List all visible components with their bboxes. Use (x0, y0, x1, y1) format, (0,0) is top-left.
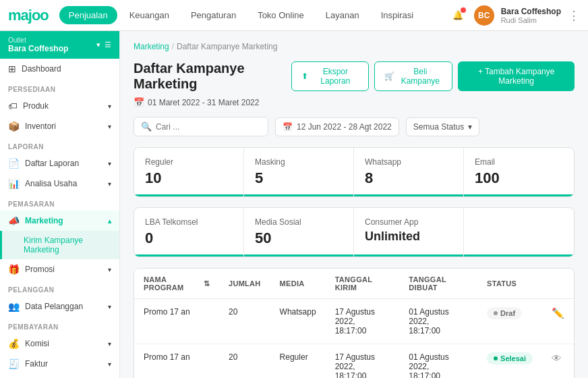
more-menu-icon[interactable]: ⋮ (568, 8, 580, 23)
chevron-icon: ▾ (108, 180, 111, 188)
col-media: MEDIA (270, 269, 326, 299)
section-pelanggan: PELANGGAN (0, 279, 119, 296)
sidebar-item-label: Faktur (25, 359, 48, 369)
pelanggan-icon: 👥 (8, 301, 20, 312)
cell-media: Reguler (270, 344, 326, 379)
cell-status: Selesai (477, 344, 542, 379)
chevron-icon: ▾ (108, 160, 111, 167)
stat-lba: LBA Telkomsel 0 (134, 208, 244, 256)
chevron-icon: ▾ (108, 123, 111, 130)
status-select[interactable]: Semua Status ▾ (406, 117, 479, 136)
top-nav: majoo Penjualan Keuangan Pengaturan Toko… (0, 0, 588, 31)
sidebar-item-label: Dashboard (22, 64, 61, 74)
top-right: 🔔 BC Bara Coffeshop Rudi Salim ⋮ (448, 5, 580, 26)
page-header: Daftar Kampanye Marketing ⬆ Ekspor Lapor… (134, 61, 575, 92)
col-tgl-dibuat: TANGGAL DIBUAT (399, 269, 477, 299)
chevron-icon: ▾ (108, 303, 111, 310)
sidebar-item-daftar-laporan[interactable]: 📄 Daftar Laporan ▾ (0, 153, 119, 173)
promosi-icon: 🎁 (8, 264, 20, 275)
outlet-dropdown-icon[interactable]: ▾ (96, 40, 100, 49)
sidebar-item-promosi[interactable]: 🎁 Promosi ▾ (0, 259, 119, 279)
view-icon[interactable]: 👁 (552, 352, 562, 364)
sidebar-item-label: Daftar Laporan (25, 159, 79, 168)
sidebar-item-analisa[interactable]: 📊 Analisa Usaha ▾ (0, 173, 119, 194)
table-row: Promo 17 an 20 Whatsapp 17 Agustus 2022,… (134, 299, 574, 344)
header-actions: ⬆ Ekspor Laporan 🛒 Beli Kampanye + Tamba… (291, 61, 575, 91)
section-laporan: LAPORAN (0, 136, 119, 153)
notification-bell[interactable]: 🔔 (448, 6, 467, 25)
marketing-icon: 📣 (8, 215, 20, 226)
sidebar-item-label: Data Pelanggan (25, 302, 83, 311)
nav-tab-inspirasi[interactable]: Inspirasi (372, 6, 423, 24)
status-dot (494, 356, 498, 360)
cell-action[interactable]: ✏️ (542, 299, 574, 344)
col-action (542, 269, 574, 299)
nav-tabs: Penjualan Keuangan Pengaturan Toko Onlin… (59, 6, 448, 24)
calendar-icon: 📅 (134, 97, 144, 107)
sidebar-item-label: Analisa Usaha (25, 179, 77, 188)
date-picker[interactable]: 📅 12 Jun 2022 - 28 Agt 2022 (275, 117, 399, 136)
export-button[interactable]: ⬆ Ekspor Laporan (291, 61, 369, 91)
faktur-icon: 🧾 (8, 358, 20, 369)
col-nama: NAMA PROGRAM ⇅ (134, 269, 219, 299)
nav-tab-toko-online[interactable]: Toko Online (248, 6, 314, 24)
sidebar-item-komisi[interactable]: 💰 Komisi ▾ (0, 333, 119, 354)
section-pemasaran: PEMASARAN (0, 194, 119, 211)
search-input[interactable] (156, 122, 261, 132)
user-info: Bara Coffeshop Rudi Salim (501, 7, 561, 24)
dropdown-icon: ▾ (468, 122, 472, 132)
sidebar-item-label: Promosi (25, 265, 55, 274)
nav-tab-pengaturan[interactable]: Pengaturan (181, 6, 245, 24)
section-pembayaran: PEMBAYARAN (0, 317, 119, 333)
nav-tab-layanan[interactable]: Layanan (316, 6, 369, 24)
chevron-icon: ▾ (108, 103, 111, 110)
sidebar-item-label: Komisi (25, 339, 49, 348)
inventori-icon: 📦 (8, 121, 20, 132)
sidebar-menu-icon[interactable]: ☰ (105, 40, 111, 49)
breadcrumb-separator: / (172, 42, 174, 51)
section-persediaan: PERSEDIAAN (0, 79, 119, 96)
cell-tgl-kirim: 17 Agustus 2022,18:17:00 (326, 299, 400, 344)
stats-grid-2: LBA Telkomsel 0 Media Sosial 50 Consumer… (134, 207, 575, 257)
buy-kampanye-button[interactable]: 🛒 Beli Kampanye (374, 61, 452, 91)
sidebar-item-kirim-kampanye[interactable]: Kirim Kampanye Marketing (0, 231, 119, 259)
stat-email: Email 100 (464, 148, 574, 196)
cell-action[interactable]: 👁 (542, 344, 574, 379)
outlet-label: Outlet (8, 36, 68, 44)
komisi-icon: 💰 (8, 338, 20, 349)
sidebar-item-label: Produk (23, 101, 49, 111)
sidebar-item-label: Marketing (25, 216, 63, 225)
stat-empty (464, 208, 574, 256)
sort-icon[interactable]: ⇅ (204, 279, 210, 288)
nav-tab-penjualan[interactable]: Penjualan (59, 6, 117, 24)
sidebar-item-label: Kirim Kampanye Marketing (24, 236, 111, 254)
sidebar-item-dashboard[interactable]: ⊞ Dashboard (0, 59, 119, 79)
stat-medsos: Media Sosial 50 (244, 208, 354, 256)
cart-icon: 🛒 (384, 72, 394, 81)
chevron-icon: ▾ (108, 266, 111, 273)
calendar-filter-icon: 📅 (283, 122, 293, 132)
sidebar-item-data-pelanggan[interactable]: 👥 Data Pelanggan ▾ (0, 296, 119, 317)
search-icon: 🔍 (141, 122, 152, 132)
sidebar-item-inventori[interactable]: 📦 Inventori ▾ (0, 116, 119, 136)
cell-tgl-dibuat: 01 Agustus 2022,18:17:00 (399, 299, 477, 344)
cell-nama: Promo 17 an (134, 344, 219, 379)
stats-grid: Reguler 10 Masking 5 Whatsapp 8 Email 10… (134, 147, 575, 197)
nav-tab-keuangan[interactable]: Keuangan (120, 6, 179, 24)
user-name: Rudi Salim (501, 16, 561, 24)
sidebar-item-marketing[interactable]: 📣 Marketing ▴ (0, 211, 119, 231)
add-kampanye-button[interactable]: + Tambah Kampanye Marketing (458, 61, 575, 91)
chevron-up-icon: ▴ (108, 217, 111, 225)
stat-reguler: Reguler 10 (134, 148, 244, 196)
status-label: Draf (500, 309, 515, 317)
sidebar-item-produk[interactable]: 🏷 Produk ▾ (0, 96, 119, 116)
breadcrumb-marketing[interactable]: Marketing (134, 42, 169, 51)
edit-icon[interactable]: ✏️ (552, 307, 564, 319)
filter-row: 🔍 📅 12 Jun 2022 - 28 Agt 2022 Semua Stat… (134, 117, 575, 136)
sidebar-item-faktur[interactable]: 🧾 Faktur ▾ (0, 354, 119, 374)
stat-masking: Masking 5 (244, 148, 354, 196)
search-box[interactable]: 🔍 (134, 117, 268, 136)
cell-nama: Promo 17 an (134, 299, 219, 344)
status-dot (494, 311, 498, 315)
app-logo: majoo (8, 7, 49, 24)
